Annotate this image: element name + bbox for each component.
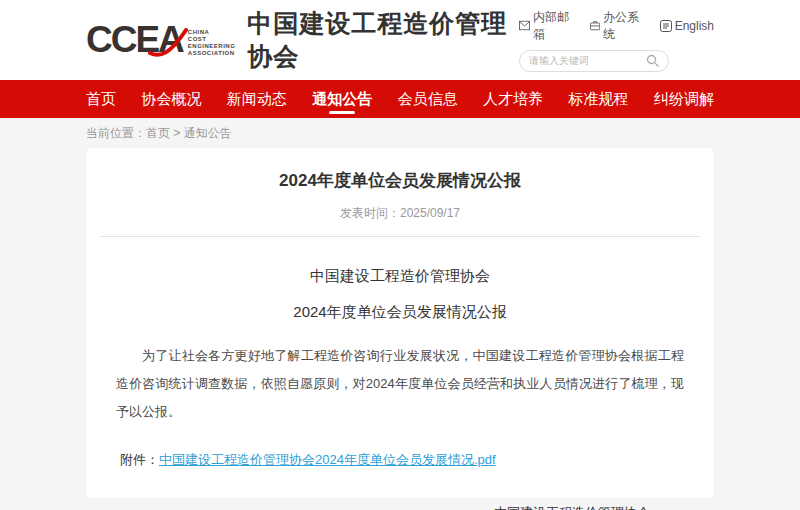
nav-item-members[interactable]: 会员信息 <box>398 80 458 118</box>
attachment-label: 附件： <box>120 452 159 467</box>
briefcase-icon <box>590 20 600 31</box>
ccea-logo-swoosh-icon <box>148 26 190 60</box>
main-nav: 首页 协会概况 新闻动态 通知公告 会员信息 人才培养 标准规程 纠纷调解 <box>0 80 800 118</box>
attachment-row: 附件：中国建设工程造价管理协会2024年度单位会员发展情况.pdf <box>110 451 690 469</box>
internal-mail-link[interactable]: 内部邮箱 <box>519 9 574 43</box>
nav-item-notices[interactable]: 通知公告 <box>312 80 372 118</box>
breadcrumb-home-link[interactable]: 首页 <box>146 126 170 140</box>
mail-icon <box>519 20 530 31</box>
attachment-pdf-link[interactable]: 中国建设工程造价管理协会2024年度单位会员发展情况.pdf <box>159 452 496 467</box>
office-system-link[interactable]: 办公系统 <box>590 9 644 43</box>
signature-block: 中国建设工程造价管理协会 2025年9月17日 <box>110 502 690 510</box>
site-header: CCEA CHINA COST ENGINEERING ASSOCIATION … <box>0 0 800 80</box>
article-paragraph: 为了让社会各方更好地了解工程造价咨询行业发展状况，中国建设工程造价管理协会根据工… <box>110 342 690 426</box>
english-label: English <box>675 19 714 33</box>
english-link[interactable]: English <box>660 9 714 43</box>
doc-heading-org: 中国建设工程造价管理协会 <box>110 267 690 286</box>
site-title: 中国建设工程造价管理协会 <box>247 7 519 73</box>
doc-heading-title: 2024年度单位会员发展情况公报 <box>110 303 690 322</box>
internal-mail-label: 内部邮箱 <box>533 9 574 43</box>
search-input[interactable] <box>529 55 646 66</box>
nav-item-training[interactable]: 人才培养 <box>483 80 543 118</box>
globe-icon <box>660 20 672 32</box>
search-icon[interactable] <box>646 54 659 67</box>
ccea-logo: CCEA CHINA COST ENGINEERING ASSOCIATION <box>86 20 235 60</box>
title-divider <box>100 236 700 237</box>
signature-org: 中国建设工程造价管理协会 <box>494 502 650 510</box>
search-box[interactable] <box>519 50 669 72</box>
breadcrumb-current-link[interactable]: 通知公告 <box>184 126 232 140</box>
office-system-label: 办公系统 <box>603 9 644 43</box>
nav-item-news[interactable]: 新闻动态 <box>227 80 287 118</box>
breadcrumb: 当前位置：首页 > 通知公告 <box>86 118 714 148</box>
publish-label: 发表时间： <box>340 206 400 220</box>
main-area: 当前位置：首页 > 通知公告 2024年度单位会员发展情况公报 发表时间：202… <box>0 118 800 510</box>
article-card: 2024年度单位会员发展情况公报 发表时间：2025/09/17 中国建设工程造… <box>86 148 714 498</box>
breadcrumb-prefix: 当前位置： <box>86 126 146 140</box>
utility-links: 内部邮箱 办公系统 English <box>519 9 714 43</box>
site-logo[interactable]: CCEA CHINA COST ENGINEERING ASSOCIATION … <box>86 7 519 73</box>
publish-row: 发表时间：2025/09/17 <box>110 205 690 222</box>
nav-item-about[interactable]: 协会概况 <box>141 80 201 118</box>
nav-item-home[interactable]: 首页 <box>86 80 116 118</box>
ccea-logo-subtext: CHINA COST ENGINEERING ASSOCIATION <box>188 29 236 57</box>
breadcrumb-separator: > <box>173 126 180 140</box>
publish-date: 2025/09/17 <box>400 206 460 220</box>
nav-item-standards[interactable]: 标准规程 <box>569 80 629 118</box>
nav-item-mediation[interactable]: 纠纷调解 <box>654 80 714 118</box>
article-title: 2024年度单位会员发展情况公报 <box>110 169 690 192</box>
